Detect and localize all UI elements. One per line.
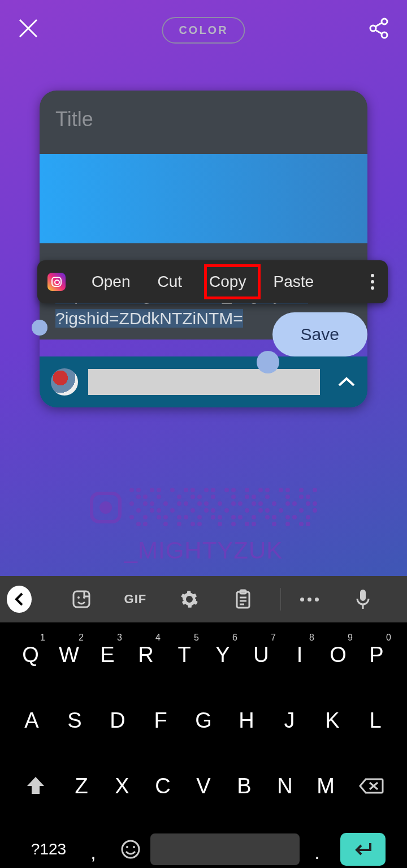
card-footer [40, 356, 367, 407]
more-icon[interactable] [292, 598, 326, 601]
key-x[interactable]: X [102, 764, 142, 808]
key-t[interactable]: T5 [165, 633, 204, 677]
instagram-app-icon[interactable] [47, 273, 66, 291]
key-c[interactable]: C [142, 764, 183, 808]
space-key[interactable] [150, 833, 300, 865]
mic-icon[interactable] [347, 588, 380, 610]
svg-point-21 [133, 846, 135, 848]
key-g[interactable]: G [182, 698, 225, 742]
key-m[interactable]: M [305, 764, 346, 808]
svg-point-8 [77, 596, 80, 599]
key-l[interactable]: L [354, 698, 397, 742]
ctx-open[interactable]: Open [78, 273, 144, 291]
key-q[interactable]: Q1 [11, 633, 50, 677]
key-j[interactable]: J [268, 698, 311, 742]
svg-point-19 [122, 841, 139, 858]
key-s[interactable]: S [53, 698, 96, 742]
svg-line-5 [375, 23, 382, 27]
enter-key[interactable] [340, 833, 386, 866]
key-r[interactable]: R4 [127, 633, 165, 677]
share-icon[interactable] [367, 17, 390, 40]
avatar[interactable] [51, 368, 78, 396]
copy-highlight-box [204, 264, 261, 299]
key-d[interactable]: D [96, 698, 139, 742]
key-e[interactable]: E3 [88, 633, 127, 677]
svg-point-2 [382, 19, 387, 24]
selection-handle-end[interactable] [257, 351, 279, 373]
sticker-icon[interactable] [64, 590, 98, 609]
close-icon[interactable] [17, 17, 40, 40]
toolbar-separator [280, 588, 282, 611]
key-k[interactable]: K [311, 698, 354, 742]
svg-point-20 [126, 846, 128, 848]
keyboard: Q1W2E3R4T5Y6U7I8O9P0 ASDFGHJKL ZXCVBNM ?… [0, 622, 407, 868]
symbols-key[interactable]: ?123 [21, 830, 76, 868]
save-button[interactable]: Save [272, 312, 367, 356]
key-y[interactable]: Y6 [204, 633, 242, 677]
title-input[interactable]: Title [55, 108, 352, 131]
svg-point-4 [382, 32, 387, 38]
shift-key[interactable] [10, 766, 61, 806]
svg-point-9 [83, 596, 85, 599]
settings-icon[interactable] [172, 590, 206, 609]
svg-rect-7 [73, 591, 89, 607]
svg-rect-15 [360, 590, 366, 601]
ctx-cut[interactable]: Cut [144, 273, 196, 291]
key-v[interactable]: V [183, 764, 224, 808]
backspace-key[interactable] [346, 766, 397, 806]
key-u[interactable]: U7 [242, 633, 280, 677]
keyboard-toolbar: GIF [0, 576, 407, 622]
key-w[interactable]: W2 [50, 633, 88, 677]
key-n[interactable]: N [265, 764, 305, 808]
chevron-up-icon[interactable] [337, 375, 356, 389]
selected-url-line2[interactable]: ?igshid=ZDdkNTZiNTM= [55, 309, 243, 328]
note-card: Title _mightyzuk https://instagram.com/_… [40, 91, 367, 407]
ctx-paste[interactable]: Paste [259, 273, 327, 291]
key-h[interactable]: H [225, 698, 268, 742]
key-b[interactable]: B [224, 764, 265, 808]
color-button[interactable]: COLOR [162, 17, 245, 44]
key-i[interactable]: I8 [280, 633, 319, 677]
comma-key[interactable]: , [76, 830, 111, 868]
kbd-back-icon[interactable] [7, 586, 32, 613]
key-z[interactable]: Z [61, 764, 102, 808]
qr-code [90, 488, 318, 527]
instagram-icon [90, 492, 122, 523]
selection-handle-start[interactable] [32, 320, 47, 336]
clipboard-icon[interactable] [226, 589, 259, 609]
tag-input[interactable] [88, 369, 320, 395]
svg-line-6 [375, 30, 382, 34]
key-o[interactable]: O9 [319, 633, 357, 677]
emoji-key[interactable] [111, 830, 150, 868]
key-a[interactable]: A [10, 698, 53, 742]
key-f[interactable]: F [139, 698, 182, 742]
key-p[interactable]: P0 [357, 633, 396, 677]
gif-button[interactable]: GIF [119, 592, 152, 607]
svg-point-3 [370, 25, 376, 31]
qr-label: _MIGHTYZUK [0, 537, 407, 564]
ctx-overflow-icon[interactable] [371, 274, 378, 290]
period-key[interactable]: . [300, 830, 335, 868]
header-image[interactable] [40, 154, 367, 243]
